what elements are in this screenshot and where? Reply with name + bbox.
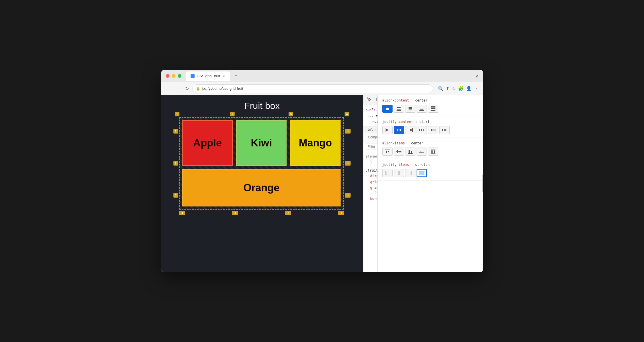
svg-rect-36 — [447, 129, 447, 131]
breadcrumb-sep-1: › — [375, 128, 377, 132]
svg-rect-14 — [419, 110, 424, 111]
justify-items-row: justify-items : stretch — [382, 163, 479, 167]
svg-rect-16 — [431, 108, 435, 109]
svg-rect-18 — [385, 128, 385, 132]
grid-label-right-2: -1 — [345, 161, 351, 166]
share-button[interactable]: ⬆ — [446, 86, 449, 91]
breadcrumb-html[interactable]: html — [366, 128, 373, 132]
svg-rect-49 — [431, 150, 433, 153]
grid-label-left-3: 3 — [173, 193, 178, 198]
svg-rect-48 — [431, 150, 435, 150]
tab-overflow-button[interactable]: ∨ — [475, 73, 479, 79]
justify-content-prop: justify-content — [382, 120, 413, 124]
justify-content-space-between-btn[interactable] — [417, 126, 427, 134]
devtools-panel: Elements <p>Fruit bo ... ▼ <div class= <… — [363, 95, 483, 272]
grid-label-bottom-2: -2 — [285, 211, 291, 215]
profile-button[interactable]: 👤 — [466, 86, 472, 91]
svg-rect-61 — [412, 173, 412, 175]
align-items-section: align-items : center — [378, 138, 483, 159]
svg-rect-10 — [409, 110, 412, 110]
svg-rect-17 — [431, 110, 435, 111]
svg-rect-15 — [431, 106, 435, 108]
zoom-button[interactable]: 🔍 — [438, 86, 443, 91]
align-content-center-btn[interactable] — [405, 105, 415, 113]
justify-items-center-btn[interactable] — [394, 169, 404, 177]
align-items-stretch-btn[interactable] — [428, 148, 438, 156]
security-lock-icon: 🔒 — [196, 87, 200, 91]
svg-rect-5 — [397, 107, 401, 108]
active-tab[interactable]: CSS grid- fruit × — [186, 71, 230, 81]
grid-label-right-3: -1 — [345, 193, 351, 198]
svg-rect-8 — [409, 107, 412, 108]
tab-close-button[interactable]: × — [222, 74, 225, 78]
align-items-end-btn[interactable] — [405, 148, 415, 156]
align-content-start-btn[interactable] — [382, 105, 393, 113]
main-content: Fruit box 1 2 3 4 1 2 3 — [161, 95, 483, 272]
align-items-center-btn[interactable] — [394, 148, 404, 156]
browser-window: CSS grid- fruit × + ∨ ← → ↻ 🔒 jec.fyi/de… — [161, 70, 483, 272]
maximize-button[interactable] — [178, 74, 181, 78]
close-button[interactable] — [166, 74, 169, 78]
inspect-element-button[interactable] — [366, 96, 373, 104]
grid-label-bottom-4: -4 — [179, 211, 185, 215]
new-tab-button[interactable]: + — [232, 72, 240, 80]
dom-dots: ... — [368, 113, 374, 119]
justify-items-section: justify-items : stretch — [378, 159, 483, 181]
svg-rect-29 — [423, 129, 424, 131]
grid-label-right-1: -1 — [345, 129, 351, 134]
tab-bar: CSS grid- fruit × + ∨ — [186, 71, 479, 81]
fruit-grid: Apple Kiwi Mango Orange — [179, 117, 344, 210]
address-actions: 🔍 ⬆ ☆ 🧩 👤 ⋮ — [438, 86, 479, 91]
justify-content-start-btn[interactable] — [382, 126, 393, 134]
justify-content-center-btn[interactable] — [394, 126, 404, 134]
justify-content-space-evenly-btn[interactable] — [439, 126, 450, 134]
justify-content-end-btn[interactable] — [405, 126, 415, 134]
svg-rect-26 — [412, 128, 413, 132]
webpage-area: Fruit box 1 2 3 4 1 2 3 — [161, 95, 363, 272]
align-items-start-btn[interactable] — [382, 148, 393, 156]
align-content-row: align-content : center — [382, 98, 479, 102]
align-content-space-between-btn[interactable] — [417, 105, 427, 113]
grid-label-top-4: 4 — [345, 112, 349, 116]
svg-rect-25 — [411, 129, 412, 131]
svg-rect-63 — [419, 173, 424, 175]
justify-items-end-btn[interactable] — [405, 169, 415, 177]
back-button[interactable]: ← — [166, 85, 173, 92]
svg-rect-20 — [387, 129, 388, 131]
svg-rect-28 — [421, 129, 422, 131]
extensions-button[interactable]: 🧩 — [458, 86, 464, 91]
bookmark-button[interactable]: ☆ — [452, 86, 456, 91]
menu-button[interactable]: ⋮ — [474, 86, 479, 91]
grid-label-bottom-1: -1 — [338, 211, 344, 215]
page-title: Fruit box — [244, 101, 280, 111]
svg-rect-44 — [411, 151, 412, 153]
svg-rect-38 — [386, 151, 387, 153]
align-content-stretch-btn[interactable] — [428, 105, 438, 113]
align-content-end-btn[interactable] — [394, 105, 404, 113]
justify-items-start-btn[interactable] — [382, 169, 393, 177]
reload-button[interactable]: ↻ — [184, 85, 190, 92]
svg-rect-21 — [397, 129, 398, 131]
address-bar-input[interactable]: 🔒 jec.fyi/demo/css-grid-fruit — [192, 84, 433, 93]
grid-label-left-2: 2 — [173, 161, 178, 166]
svg-rect-2 — [385, 107, 390, 107]
justify-content-space-around-btn[interactable] — [428, 126, 438, 134]
justify-content-row: justify-content : start — [382, 120, 479, 124]
minimize-button[interactable] — [172, 74, 175, 78]
svg-rect-59 — [412, 171, 412, 173]
svg-rect-57 — [398, 174, 400, 174]
fruit-cell-apple: Apple — [182, 120, 233, 166]
svg-rect-62 — [419, 171, 424, 173]
justify-content-value: : start — [415, 120, 430, 124]
scroll-indicator — [482, 175, 483, 192]
svg-rect-39 — [388, 151, 389, 152]
fruit-cell-orange: Orange — [182, 169, 341, 206]
align-items-baseline-btn[interactable]: A — [417, 148, 427, 156]
justify-items-stretch-btn[interactable] — [417, 169, 427, 177]
svg-rect-31 — [433, 129, 433, 131]
forward-button[interactable]: → — [175, 85, 182, 92]
justify-items-buttons — [382, 169, 479, 177]
svg-rect-45 — [408, 153, 413, 154]
svg-rect-56 — [398, 172, 400, 172]
svg-rect-51 — [431, 153, 435, 154]
